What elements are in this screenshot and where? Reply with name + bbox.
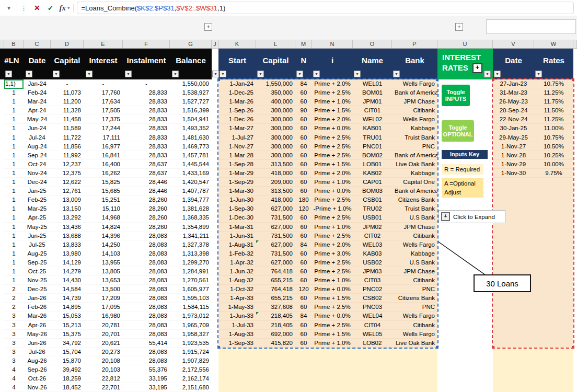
cell[interactable]: Mar-26: [24, 312, 51, 320]
cell[interactable]: 14,739: [51, 294, 84, 303]
cell[interactable]: BOM01: [353, 88, 392, 97]
cell[interactable]: 13,009: [51, 195, 84, 204]
cell[interactable]: PNC03: [353, 303, 392, 312]
cell[interactable]: Prime + 2.5%: [312, 133, 353, 142]
cell[interactable]: 1,527,727: [170, 97, 212, 106]
cell[interactable]: Apr-24: [24, 106, 51, 115]
cell[interactable]: 60: [295, 142, 312, 151]
cell[interactable]: Truist Bank: [392, 133, 437, 142]
cell[interactable]: 28,833: [123, 124, 170, 133]
cell[interactable]: Apr-26: [24, 321, 51, 330]
cell[interactable]: 17,209: [84, 294, 123, 303]
cell[interactable]: 14,968: [84, 213, 123, 222]
cell[interactable]: 313,500: [256, 187, 295, 195]
cell[interactable]: 14,129: [51, 258, 84, 267]
cell[interactable]: WEL03: [353, 240, 392, 249]
cell[interactable]: 1-Nov-27: [493, 142, 534, 151]
cell[interactable]: 11.00%: [534, 124, 573, 133]
column-header-letter-e[interactable]: E: [84, 40, 123, 48]
cell[interactable]: 1-Mar-31: [218, 223, 256, 232]
cell[interactable]: CIT02: [353, 232, 392, 240]
cell[interactable]: 1-Mar-26: [218, 97, 256, 106]
cell[interactable]: 13,833: [51, 240, 84, 249]
filter-button[interactable]: ▼: [125, 71, 132, 77]
cell[interactable]: 28,083: [123, 356, 170, 365]
cell[interactable]: 13,500: [84, 285, 123, 294]
cell[interactable]: Dec-25: [24, 285, 51, 294]
cell[interactable]: Citibank: [392, 321, 437, 330]
cell[interactable]: 627,000: [256, 204, 295, 213]
cell[interactable]: 20,273: [84, 348, 123, 356]
cell[interactable]: Kabbage: [392, 124, 437, 133]
cell[interactable]: Prime + 2.5%: [312, 321, 353, 330]
cell[interactable]: Prime + 2.0%: [312, 169, 353, 178]
cell[interactable]: 627,000: [256, 258, 295, 267]
cell[interactable]: 1,584,115: [170, 303, 212, 312]
cell[interactable]: Prime + 1.0%: [312, 97, 353, 106]
cell[interactable]: 627,000: [256, 240, 295, 249]
cell[interactable]: Nov-26: [24, 383, 51, 392]
cell[interactable]: 20,621: [84, 339, 123, 348]
cell[interactable]: 12,761: [51, 187, 84, 195]
cell[interactable]: Citizens Bank: [392, 195, 437, 204]
cell[interactable]: JPM01: [353, 97, 392, 106]
cell[interactable]: 120: [295, 285, 312, 294]
cell[interactable]: 1,381,628: [170, 204, 212, 213]
cell[interactable]: 1: [4, 88, 24, 97]
cell[interactable]: 13,955: [84, 258, 123, 267]
cell[interactable]: CSB01: [353, 195, 392, 204]
cell[interactable]: 218,405: [256, 312, 295, 320]
cell[interactable]: Live Oak Bank: [392, 339, 437, 348]
cell[interactable]: 15,870: [51, 356, 84, 365]
cell[interactable]: 15,685: [84, 187, 123, 195]
cell[interactable]: 33,195: [123, 374, 170, 383]
cell[interactable]: -: [123, 79, 170, 88]
cell[interactable]: 300,000: [256, 142, 295, 151]
cell[interactable]: 10.25%: [534, 151, 573, 160]
cell[interactable]: 10.00%: [534, 160, 573, 169]
cell[interactable]: Aug-24: [24, 142, 51, 151]
cell[interactable]: 1: [4, 223, 24, 232]
cell[interactable]: Aug-25: [24, 249, 51, 258]
cell[interactable]: 1,907,829: [170, 356, 212, 365]
cell[interactable]: 17,111: [84, 133, 123, 142]
cell[interactable]: 84: [295, 312, 312, 320]
cell[interactable]: 418,000: [256, 169, 295, 178]
cell[interactable]: 400,000: [256, 97, 295, 106]
cell[interactable]: 1-Aug-31: [218, 240, 256, 249]
cell[interactable]: Prime + 1.5%: [312, 106, 353, 115]
cell[interactable]: Capital One: [392, 178, 437, 187]
cell[interactable]: 300,000: [256, 151, 295, 160]
cell[interactable]: 1-Nov-27: [218, 142, 256, 151]
cell[interactable]: 15,704: [51, 348, 84, 356]
cell[interactable]: Wells Fargo: [392, 79, 437, 88]
cell[interactable]: 60: [295, 133, 312, 142]
cell[interactable]: 1,958,327: [170, 330, 212, 339]
cell[interactable]: 15,251: [84, 195, 123, 204]
column-header-letter-k[interactable]: K: [218, 40, 256, 48]
cell[interactable]: 692,000: [256, 330, 295, 339]
filter-button[interactable]: ▼: [53, 71, 60, 77]
cell[interactable]: 300,000: [256, 133, 295, 142]
cell[interactable]: Prime + 1.5%: [312, 160, 353, 169]
cell[interactable]: 60: [295, 88, 312, 97]
toggle-optional-button[interactable]: Toggle OPTIONAL: [442, 120, 474, 142]
cell[interactable]: 84: [295, 240, 312, 249]
cell[interactable]: Nov-24: [24, 169, 51, 178]
cell[interactable]: 1,965,709: [170, 321, 212, 330]
column-header-letter-b[interactable]: B: [4, 40, 24, 48]
cell[interactable]: USB01: [353, 213, 392, 222]
cell[interactable]: 764,418: [256, 285, 295, 294]
cell[interactable]: TRU02: [353, 204, 392, 213]
column-header-letter-p[interactable]: P: [392, 40, 437, 48]
cell[interactable]: 731,500: [256, 213, 295, 222]
cell[interactable]: 28,833: [123, 151, 170, 160]
cell[interactable]: 13,436: [51, 223, 84, 232]
cell[interactable]: 1: [4, 178, 24, 187]
loans-input-empty-area[interactable]: [218, 348, 437, 392]
cell[interactable]: CIT04: [353, 321, 392, 330]
cell[interactable]: 11,200: [51, 97, 84, 106]
cell[interactable]: 15,053: [51, 312, 84, 320]
cell[interactable]: 16,980: [84, 312, 123, 320]
cell[interactable]: CIT03: [353, 276, 392, 285]
